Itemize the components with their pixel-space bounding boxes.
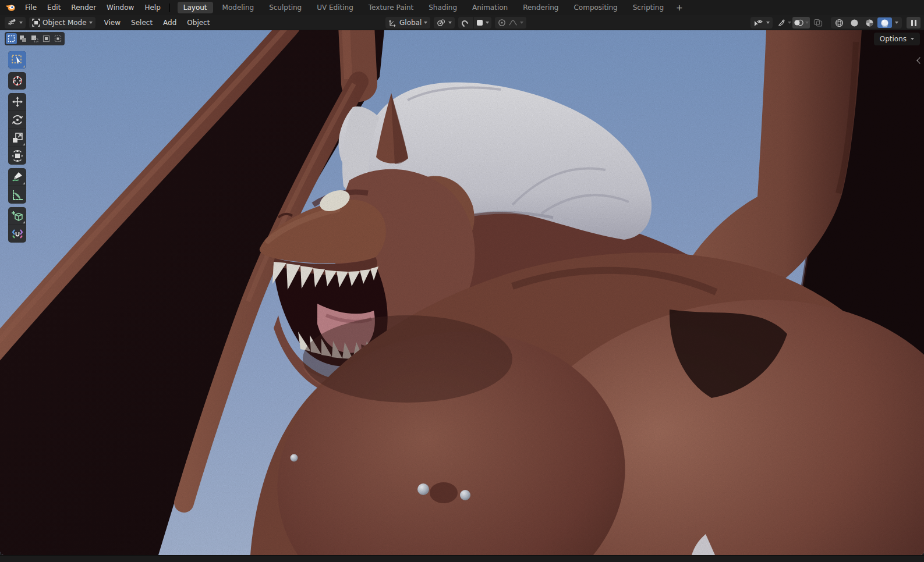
workspace-tab-modeling[interactable]: Modeling (217, 2, 260, 13)
workspace-tab-sculpting[interactable]: Sculpting (263, 2, 307, 13)
pivot-median-icon (437, 19, 446, 27)
transform-orientation-dropdown[interactable]: Global (385, 17, 430, 29)
menu-edit[interactable]: Edit (42, 2, 66, 13)
editor-type-button[interactable] (5, 17, 26, 29)
workspace-tab-uv-editing[interactable]: UV Editing (311, 2, 359, 13)
pointer-eye-icon (753, 19, 764, 27)
shading-solid-button[interactable] (847, 17, 862, 28)
render-noise-overlay (0, 30, 924, 555)
overlays-circles-icon (794, 19, 803, 27)
falloff-curve-icon[interactable] (508, 19, 518, 26)
topbar: File Edit Render Window Help Layout Mode… (0, 0, 924, 15)
viewport-header: Object Mode View Select Add Object Globa… (0, 15, 924, 30)
tool-move[interactable] (8, 93, 26, 111)
workspace-tab-rendering[interactable]: Rendering (517, 2, 564, 13)
subtool-indicator (23, 65, 25, 67)
workspace-tab-scripting[interactable]: Scripting (627, 2, 670, 13)
workspace-tab-compositing[interactable]: Compositing (568, 2, 623, 13)
tool-add-cube[interactable] (8, 207, 26, 225)
overlays-chevron-icon (805, 22, 809, 24)
select-mode-intersect-button[interactable] (52, 33, 63, 44)
move-icon (11, 95, 24, 108)
menu-view[interactable]: View (99, 17, 126, 29)
annotate-pencil-icon (11, 170, 24, 183)
mode-selector-label: Object Mode (43, 19, 87, 27)
tool-rotate[interactable] (8, 111, 26, 129)
shading-material-button[interactable] (862, 17, 877, 28)
select-subtract-icon (31, 35, 38, 42)
tool-annotate[interactable] (8, 168, 26, 186)
magnet-icon (461, 19, 469, 27)
object-mode-icon (32, 19, 40, 27)
transform-orientation-label: Global (399, 19, 422, 27)
pause-icon (911, 20, 913, 26)
select-box-icon (11, 54, 24, 66)
measure-icon (11, 188, 24, 201)
xray-toggle[interactable] (810, 17, 826, 29)
mode-selector[interactable]: Object Mode (29, 17, 95, 29)
orientation-axes-icon (388, 19, 397, 27)
workspace-tab-animation[interactable]: Animation (466, 2, 514, 13)
menu-render[interactable]: Render (66, 2, 101, 13)
header-right-controls (750, 17, 921, 29)
pause-icon (915, 20, 916, 26)
object-type-visibility-dropdown[interactable] (750, 17, 773, 29)
rendered-scene (0, 30, 924, 555)
overlays-toggle[interactable] (792, 17, 810, 29)
solid-sphere-icon (850, 19, 859, 27)
editor-type-chevron-icon (19, 22, 23, 24)
material-sphere-icon (865, 19, 874, 27)
menu-add[interactable]: Add (158, 17, 182, 29)
proportional-circle-icon[interactable] (498, 19, 506, 27)
view3d-editor-icon (8, 19, 17, 27)
subtool-indicator (23, 143, 25, 145)
pivot-point-dropdown[interactable] (434, 17, 455, 29)
tool-select-box[interactable] (8, 51, 26, 69)
menu-select[interactable]: Select (126, 17, 158, 29)
pause-button[interactable] (907, 17, 921, 29)
viewport-3d[interactable]: Options (0, 30, 924, 555)
workspace-tab-layout[interactable]: Layout (178, 2, 213, 13)
select-extend-icon (19, 35, 27, 42)
tool-transform[interactable] (8, 147, 26, 165)
options-label: Options (880, 35, 907, 43)
workspace-tab-texture-paint[interactable]: Texture Paint (363, 2, 419, 13)
snapping-controls (458, 17, 491, 29)
menu-window[interactable]: Window (101, 2, 139, 13)
shading-wireframe-button[interactable] (832, 17, 847, 28)
orientation-chevron-icon (424, 22, 427, 24)
select-mode-bar (5, 32, 65, 45)
snap-chevron-icon (486, 22, 489, 24)
snap-target-dropdown[interactable] (473, 17, 491, 29)
workspace-tab-shading[interactable]: Shading (423, 2, 463, 13)
proportional-chevron-icon (520, 22, 523, 24)
shading-rendered-button[interactable] (877, 17, 892, 28)
proportional-editing-controls (495, 17, 526, 29)
menu-file[interactable]: File (20, 2, 42, 13)
gizmo-arc-icon (777, 19, 786, 27)
select-mode-extend-button[interactable] (17, 33, 29, 44)
mode-selector-chevron-icon (89, 22, 93, 24)
tool-custom-multitool[interactable] (8, 225, 26, 243)
tool-cursor[interactable] (8, 72, 26, 90)
add-workspace-button[interactable]: + (671, 2, 688, 13)
subtool-indicator (23, 182, 25, 184)
select-intersect-icon (54, 35, 62, 42)
menu-help[interactable]: Help (139, 2, 165, 13)
select-mode-subtract-button[interactable] (29, 33, 40, 44)
snap-toggle-button[interactable] (458, 17, 471, 29)
select-invert-icon (43, 35, 50, 42)
blender-logo-icon (5, 3, 16, 12)
tool-measure[interactable] (8, 186, 26, 204)
select-mode-invert-button[interactable] (41, 33, 52, 44)
select-mode-set-button[interactable] (6, 33, 17, 44)
options-dropdown[interactable]: Options (874, 33, 920, 45)
xray-squares-icon (813, 19, 823, 27)
scale-icon (11, 131, 24, 144)
toolbar (8, 51, 26, 243)
menu-object[interactable]: Object (182, 17, 215, 29)
gizmos-chevron-icon (788, 22, 791, 24)
status-bar (0, 555, 924, 562)
gizmos-toggle[interactable] (776, 17, 792, 29)
tool-scale[interactable] (8, 129, 26, 147)
